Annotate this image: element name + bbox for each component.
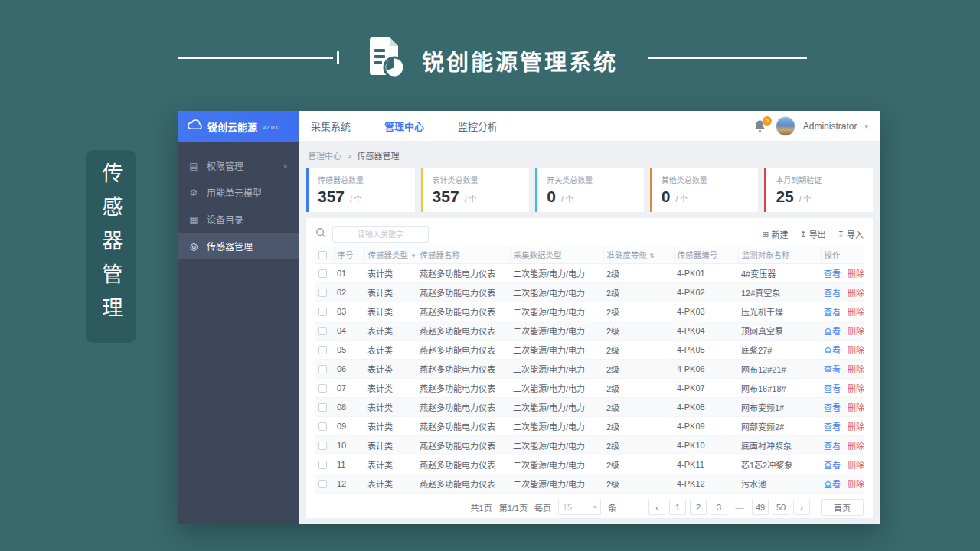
sidebar-item-energy-unit-model[interactable]: ⚙ 用能单元模型 [178, 179, 299, 206]
pagination: 共1页 第1/1页 每页 15 ▾ 条 ‹123—4950› 首页 [315, 499, 864, 516]
sort-icon[interactable]: ⇅ [649, 253, 655, 259]
stat-card-switch-total: 开关类总数量 0/ 个 [535, 168, 644, 212]
stat-card-expiring-this-month: 本月到期验证 25/ 个 [764, 168, 873, 212]
cell-sensor-type: 表计类 [364, 321, 416, 340]
sidebar-header: 锐创云能源 V2.0.0 [178, 111, 299, 142]
row-checkbox[interactable] [318, 422, 327, 431]
cell-data-type: 二次能源/电力/电力 [510, 474, 603, 493]
notification-bell-icon[interactable]: 5 [754, 119, 768, 133]
home-page-button[interactable]: 首页 [821, 499, 864, 516]
page-buttons: ‹123—4950› [648, 500, 810, 515]
col-sensor-name: 传感器名称 [416, 246, 510, 263]
cell-index: 02 [334, 282, 364, 302]
sidebar-item-sensor-management[interactable]: ◎ 传感器管理 [178, 233, 299, 259]
page-button-1[interactable]: 1 [669, 500, 686, 515]
search-input[interactable] [332, 226, 429, 243]
cell-sensor-name: 燕赵多功能电力仪表 [416, 263, 510, 282]
view-link[interactable]: 查看 [824, 480, 841, 489]
view-link[interactable]: 查看 [824, 384, 841, 393]
cell-actions: 查看删除 [821, 435, 864, 455]
cell-target-name: 底浆27# [738, 340, 821, 359]
col-data-type: 采集数据类型 [510, 246, 603, 263]
row-checkbox[interactable] [318, 442, 327, 450]
tab-monitoring-analysis[interactable]: 监控分析 [458, 119, 498, 133]
stat-value: 0 [547, 187, 556, 206]
view-link[interactable]: 查看 [824, 346, 841, 355]
stat-label: 开关类总数量 [547, 174, 636, 185]
import-button[interactable]: ↧ 导入 [838, 228, 864, 240]
delete-link[interactable]: 删除 [848, 308, 864, 317]
app-window: 锐创云能源 V2.0.0 ▤ 权限管理 ∨ ⚙ 用能单元模型 ▦ 设备目录 ◎ … [178, 111, 880, 524]
avatar[interactable] [776, 116, 795, 136]
row-checkbox[interactable] [318, 403, 327, 412]
cell-sensor-type: 表计类 [364, 378, 416, 397]
row-checkbox[interactable] [318, 327, 327, 335]
table-row: 12表计类燕赵多功能电力仪表二次能源/电力/电力2级4-PK12污水池查看删除 [315, 474, 864, 493]
delete-link[interactable]: 删除 [848, 346, 864, 355]
delete-link[interactable]: 删除 [848, 442, 864, 451]
chevron-down-icon: ∨ [283, 162, 288, 170]
sidebar-item-device-catalog[interactable]: ▦ 设备目录 [178, 206, 299, 233]
page-button-50[interactable]: 50 [773, 500, 789, 515]
cell-data-type: 二次能源/电力/电力 [510, 340, 603, 359]
per-page-select[interactable]: 15 ▾ [558, 500, 601, 515]
view-link[interactable]: 查看 [824, 269, 841, 279]
view-link[interactable]: 查看 [824, 308, 841, 317]
view-link[interactable]: 查看 [824, 289, 841, 298]
cell-sensor-code: 4-PK11 [674, 455, 738, 474]
stat-label: 本月到期验证 [776, 174, 865, 185]
cell-accuracy: 2级 [603, 302, 674, 321]
sidebar-item-label: 传感器管理 [207, 240, 253, 253]
tab-collection-system[interactable]: 采集系统 [311, 119, 351, 133]
tab-management-center[interactable]: 管理中心 [384, 119, 424, 133]
row-checkbox[interactable] [318, 346, 327, 354]
cell-sensor-type: 表计类 [364, 282, 416, 302]
row-checkbox[interactable] [318, 384, 327, 393]
header-checkbox-cell [315, 246, 334, 263]
delete-link[interactable]: 删除 [848, 384, 864, 393]
delete-link[interactable]: 删除 [848, 269, 864, 279]
col-sensor-code: 传感器编号 [674, 246, 738, 263]
delete-link[interactable]: 删除 [848, 422, 864, 432]
page-button-2[interactable]: 2 [690, 500, 707, 515]
cell-target-name: 12#真空泵 [738, 282, 821, 302]
cell-target-name: 网布16#18# [738, 378, 821, 397]
delete-link[interactable]: 删除 [848, 403, 864, 412]
filter-icon[interactable]: ▼ [410, 253, 416, 259]
new-button[interactable]: ⊞ 新建 [762, 228, 788, 240]
delete-link[interactable]: 删除 [848, 480, 864, 489]
cell-sensor-code: 4-PK07 [674, 378, 738, 397]
prev-page-button[interactable]: ‹ [648, 500, 665, 515]
col-sensor-type: 传感器类型▼ [364, 246, 416, 263]
delete-link[interactable]: 删除 [848, 327, 864, 336]
row-checkbox[interactable] [318, 269, 327, 278]
delete-link[interactable]: 删除 [848, 289, 864, 298]
row-checkbox[interactable] [318, 308, 327, 316]
row-checkbox[interactable] [318, 289, 327, 297]
row-checkbox[interactable] [318, 461, 327, 469]
view-link[interactable]: 查看 [824, 422, 841, 432]
view-link[interactable]: 查看 [824, 327, 841, 336]
user-caret-down-icon[interactable]: ▾ [864, 122, 868, 130]
page-button-3[interactable]: 3 [710, 500, 727, 515]
view-link[interactable]: 查看 [824, 365, 841, 374]
cell-accuracy: 2级 [603, 435, 674, 455]
view-link[interactable]: 查看 [824, 442, 841, 451]
delete-link[interactable]: 删除 [848, 461, 864, 470]
delete-link[interactable]: 删除 [848, 365, 864, 374]
select-all-checkbox[interactable] [318, 251, 327, 259]
view-link[interactable]: 查看 [824, 461, 841, 470]
permissions-icon: ▤ [188, 161, 199, 171]
view-link[interactable]: 查看 [824, 403, 841, 412]
row-checkbox[interactable] [318, 480, 327, 488]
breadcrumb-parent[interactable]: 管理中心 [308, 152, 341, 161]
next-page-button[interactable]: › [793, 500, 810, 515]
cell-index: 06 [334, 359, 364, 378]
page-button-49[interactable]: 49 [752, 500, 769, 515]
row-checkbox-cell [315, 397, 334, 416]
row-checkbox[interactable] [318, 365, 327, 373]
toolbar-buttons: ⊞ 新建 ↥ 导出 ↧ 导入 [762, 228, 864, 240]
export-button[interactable]: ↥ 导出 [800, 228, 826, 240]
sidebar-item-permissions[interactable]: ▤ 权限管理 ∨ [178, 152, 299, 179]
cell-index: 09 [334, 416, 364, 435]
